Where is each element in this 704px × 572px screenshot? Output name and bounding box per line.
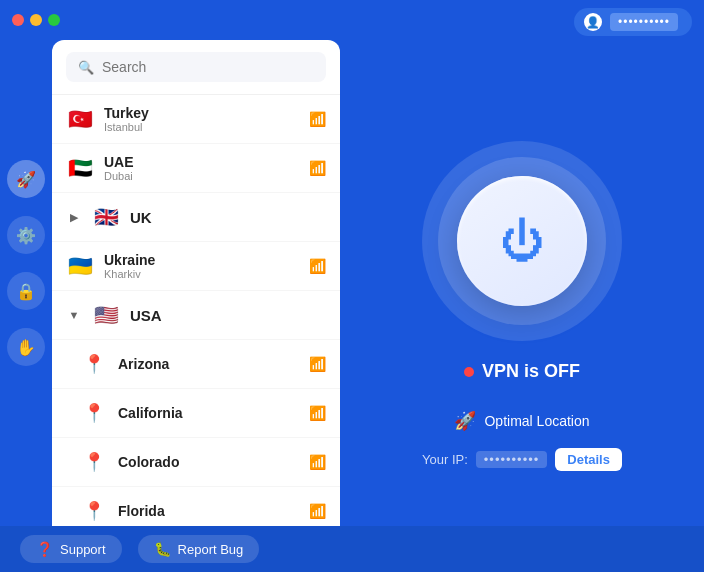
user-icon: 👤	[584, 13, 602, 31]
traffic-lights	[12, 14, 60, 26]
chevron-down-icon: ▼	[66, 309, 82, 321]
server-info-usa: USA	[130, 307, 326, 324]
server-info-florida: Florida	[118, 503, 299, 519]
flag-uk: 🇬🇧	[92, 203, 120, 231]
signal-icon: 📶	[309, 160, 326, 176]
server-name: Colorado	[118, 454, 299, 470]
main-layout: 🚀 ⚙️ 🔒 ✋ 🔍 🇹🇷 Turkey Istanbul 📶	[0, 40, 704, 572]
signal-icon: 📶	[309, 454, 326, 470]
server-name: Ukraine	[104, 252, 299, 268]
server-info-uae: UAE Dubai	[104, 154, 299, 182]
signal-icon: 📶	[309, 503, 326, 519]
minimize-button[interactable]	[30, 14, 42, 26]
server-name: UAE	[104, 154, 299, 170]
power-icon: ⏻	[500, 219, 544, 263]
server-info-california: California	[118, 405, 299, 421]
search-icon: 🔍	[78, 60, 94, 75]
server-name: Florida	[118, 503, 299, 519]
server-info-uk: UK	[130, 209, 326, 226]
username-display: ••••••••••	[610, 13, 678, 31]
ip-row: Your IP: •••••••••• Details	[422, 448, 622, 471]
flag-turkey: 🇹🇷	[66, 105, 94, 133]
country-header-usa[interactable]: ▼ 🇺🇸 USA	[52, 291, 340, 340]
search-bar: 🔍	[52, 40, 340, 95]
sidebar-item-settings[interactable]: ⚙️	[7, 216, 45, 254]
sidebar-item-hand[interactable]: ✋	[7, 328, 45, 366]
server-city: Istanbul	[104, 121, 299, 133]
user-badge[interactable]: 👤 ••••••••••	[574, 8, 692, 36]
power-button[interactable]: ⏻	[457, 176, 587, 306]
signal-icon: 📶	[309, 258, 326, 274]
optimal-location-label: Optimal Location	[484, 413, 589, 429]
server-name: UK	[130, 209, 326, 226]
server-city: Dubai	[104, 170, 299, 182]
flag-uae: 🇦🇪	[66, 154, 94, 182]
server-info-arizona: Arizona	[118, 356, 299, 372]
details-button[interactable]: Details	[555, 448, 622, 471]
support-button[interactable]: ❓ Support	[20, 535, 122, 563]
rocket-icon: 🚀	[454, 410, 476, 432]
server-city: Kharkiv	[104, 268, 299, 280]
location-pin-icon: 📍	[80, 399, 108, 427]
server-name: USA	[130, 307, 326, 324]
bug-icon: 🐛	[154, 541, 171, 557]
list-item[interactable]: 📍 Arizona 📶	[52, 340, 340, 389]
search-input-wrap[interactable]: 🔍	[66, 52, 326, 82]
ip-value: ••••••••••	[476, 451, 548, 468]
location-pin-icon: 📍	[80, 448, 108, 476]
vpn-panel: ⏻ VPN is OFF 🚀 Optimal Location Your IP:…	[340, 40, 704, 572]
list-item[interactable]: 🇺🇦 Ukraine Kharkiv 📶	[52, 242, 340, 291]
maximize-button[interactable]	[48, 14, 60, 26]
list-item[interactable]: 🇹🇷 Turkey Istanbul 📶	[52, 95, 340, 144]
chevron-right-icon: ▶	[66, 211, 82, 224]
signal-icon: 📶	[309, 356, 326, 372]
signal-icon: 📶	[309, 405, 326, 421]
flag-usa: 🇺🇸	[92, 301, 120, 329]
server-list: 🇹🇷 Turkey Istanbul 📶 🇦🇪 UAE Dubai 📶 ▶	[52, 95, 340, 562]
server-name: Turkey	[104, 105, 299, 121]
power-button-area: ⏻	[422, 141, 622, 341]
support-icon: ❓	[36, 541, 53, 557]
sidebar-item-lock[interactable]: 🔒	[7, 272, 45, 310]
ip-label: Your IP:	[422, 452, 468, 467]
server-name: California	[118, 405, 299, 421]
list-item[interactable]: 🇦🇪 UAE Dubai 📶	[52, 144, 340, 193]
signal-icon: 📶	[309, 111, 326, 127]
sidebar-nav: 🚀 ⚙️ 🔒 ✋	[0, 40, 52, 572]
server-info-colorado: Colorado	[118, 454, 299, 470]
status-dot	[464, 367, 474, 377]
support-label: Support	[60, 542, 106, 557]
optimal-location[interactable]: 🚀 Optimal Location	[454, 410, 589, 432]
vpn-status: VPN is OFF	[464, 361, 580, 382]
server-info-ukraine: Ukraine Kharkiv	[104, 252, 299, 280]
list-item[interactable]: 📍 California 📶	[52, 389, 340, 438]
close-button[interactable]	[12, 14, 24, 26]
location-pin-icon: 📍	[80, 350, 108, 378]
server-info-turkey: Turkey Istanbul	[104, 105, 299, 133]
bottom-bar: ❓ Support 🐛 Report Bug	[0, 526, 704, 572]
server-name: Arizona	[118, 356, 299, 372]
report-bug-button[interactable]: 🐛 Report Bug	[138, 535, 260, 563]
vpn-status-text: VPN is OFF	[482, 361, 580, 382]
search-input[interactable]	[102, 59, 314, 75]
flag-ukraine: 🇺🇦	[66, 252, 94, 280]
server-panel: 🔍 🇹🇷 Turkey Istanbul 📶 🇦🇪 UAE Dubai	[52, 40, 340, 562]
report-bug-label: Report Bug	[178, 542, 244, 557]
sidebar-item-vpn[interactable]: 🚀	[7, 160, 45, 198]
location-pin-icon: 📍	[80, 497, 108, 525]
list-item[interactable]: 📍 Colorado 📶	[52, 438, 340, 487]
country-header-uk[interactable]: ▶ 🇬🇧 UK	[52, 193, 340, 242]
